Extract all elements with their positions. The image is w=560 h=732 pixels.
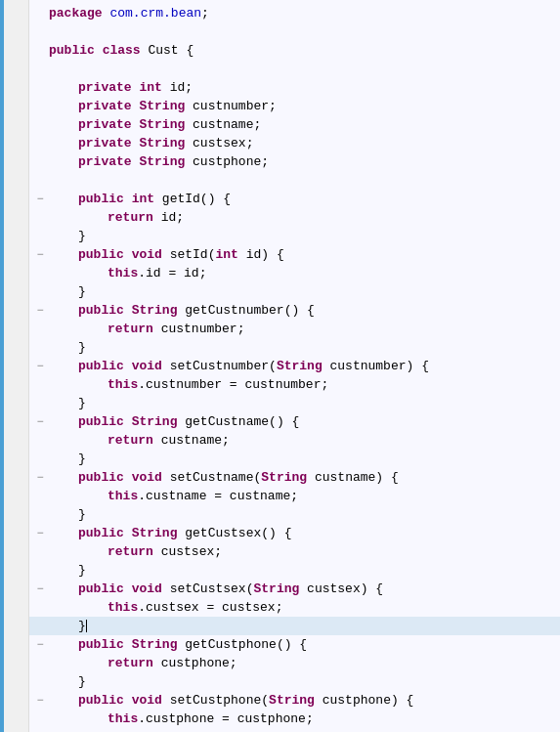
token-plain <box>132 117 140 132</box>
code-line: } <box>29 728 560 732</box>
token-plain: ) { <box>407 359 429 373</box>
collapse-button[interactable]: − <box>33 582 47 596</box>
token-kw-public: public <box>78 414 124 429</box>
code-line: this.custphone = custphone; <box>29 710 560 728</box>
token-kw-void: void <box>132 247 162 262</box>
token-kw-string: String <box>139 154 185 169</box>
token-identifier: custnumber <box>193 99 269 113</box>
token-plain <box>124 637 132 652</box>
token-identifier: getId <box>162 192 200 206</box>
token-kw-string: String <box>269 693 315 708</box>
token-plain: = <box>161 266 184 280</box>
token-identifier: custnumber <box>146 377 222 392</box>
token-plain <box>162 581 170 596</box>
token-identifier: custname <box>230 489 290 503</box>
token-kw-public: public <box>49 43 95 58</box>
collapse-button[interactable]: − <box>33 638 47 652</box>
token-identifier: custphone <box>161 656 230 670</box>
code-line: this.custsex = custsex; <box>29 598 560 617</box>
token-plain <box>185 136 193 151</box>
token-identifier: Cust <box>148 43 178 58</box>
token-plain: () { <box>269 414 299 429</box>
token-plain <box>132 80 140 95</box>
token-plain <box>124 303 132 318</box>
collapse-button[interactable]: − <box>33 415 47 429</box>
token-identifier: setId <box>170 247 208 262</box>
token-plain: ; <box>290 489 298 503</box>
token-plain <box>315 693 323 708</box>
collapse-button[interactable]: − <box>33 360 47 373</box>
collapse-button[interactable]: − <box>33 527 47 540</box>
token-identifier: custnumber <box>330 359 407 373</box>
collapse-button[interactable]: − <box>33 248 47 262</box>
token-plain: ; <box>237 322 245 336</box>
token-identifier: id <box>161 210 177 225</box>
token-plain: ; <box>185 80 193 95</box>
code-line: −public void setCustname(String custname… <box>29 468 560 487</box>
token-kw-this: this <box>108 600 138 615</box>
code-content[interactable]: package com.crm.bean;public class Cust {… <box>29 0 560 732</box>
token-kw-private: private <box>78 136 132 151</box>
collapse-button[interactable]: − <box>33 471 47 485</box>
token-identifier: custphone <box>193 154 261 169</box>
code-line <box>29 22 560 41</box>
token-kw-public: public <box>78 303 124 318</box>
token-kw-public: public <box>78 359 124 373</box>
code-line <box>29 171 560 190</box>
token-identifier: setCustsex <box>170 581 246 596</box>
token-plain: } <box>78 619 86 633</box>
token-kw-string: String <box>253 581 299 596</box>
token-kw-void: void <box>132 581 162 596</box>
token-identifier: getCustphone <box>185 637 277 652</box>
code-line: package com.crm.bean; <box>29 4 560 22</box>
token-kw-this: this <box>108 266 138 280</box>
code-line: this.custname = custname; <box>29 487 560 505</box>
token-plain: . <box>138 600 146 615</box>
token-plain <box>141 43 149 58</box>
code-line: private String custname; <box>29 115 560 134</box>
collapse-button[interactable]: − <box>33 304 47 318</box>
token-plain: { <box>179 43 194 58</box>
token-kw-this: this <box>108 377 138 392</box>
token-plain <box>124 414 132 429</box>
token-plain <box>185 99 193 113</box>
code-line: return custnumber; <box>29 320 560 338</box>
token-kw-public: public <box>78 693 124 708</box>
token-plain <box>153 433 161 448</box>
token-plain: } <box>78 674 86 689</box>
token-plain <box>153 322 161 336</box>
token-kw-return: return <box>108 322 153 336</box>
token-plain: () { <box>200 192 231 206</box>
editor-container: package com.crm.bean;public class Cust {… <box>0 0 560 732</box>
token-plain: ( <box>208 247 216 262</box>
token-plain: = <box>222 377 244 392</box>
code-line: } <box>29 450 560 468</box>
token-plain <box>124 526 132 540</box>
token-kw-public: public <box>78 637 124 652</box>
token-plain <box>177 414 185 429</box>
token-plain <box>323 359 330 373</box>
code-line: private String custnumber; <box>29 97 560 115</box>
token-kw-int: int <box>132 192 154 206</box>
gutter <box>0 0 29 732</box>
token-plain: () { <box>284 303 315 318</box>
token-identifier: getCustname <box>185 414 269 429</box>
token-kw-string: String <box>132 414 178 429</box>
token-plain <box>162 693 170 708</box>
collapse-button[interactable]: − <box>33 694 47 708</box>
token-plain <box>177 526 185 540</box>
collapse-button[interactable]: − <box>33 193 47 206</box>
token-plain <box>185 117 193 132</box>
code-line: } <box>29 282 560 301</box>
code-line: } <box>29 394 560 412</box>
token-plain: ; <box>269 99 277 113</box>
token-plain <box>154 192 162 206</box>
token-plain: () { <box>261 526 291 540</box>
token-kw-public: public <box>78 192 124 206</box>
token-identifier: id <box>184 266 199 280</box>
code-line: −public String getCustnumber() { <box>29 301 560 320</box>
token-kw-string: String <box>132 637 178 652</box>
token-kw-package: package <box>49 6 103 21</box>
token-plain <box>177 637 185 652</box>
token-kw-return: return <box>108 433 153 448</box>
